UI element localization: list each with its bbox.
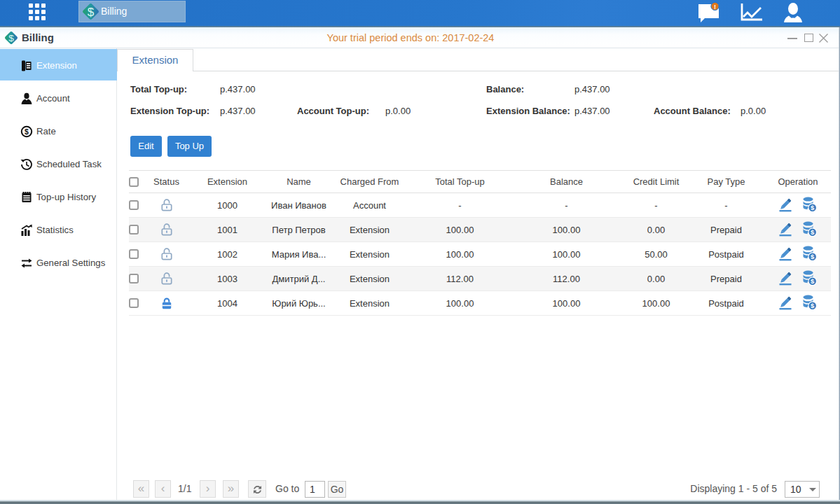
- svg-text:$: $: [811, 228, 815, 236]
- svg-text:$: $: [25, 127, 29, 136]
- svg-text:$: $: [88, 6, 95, 19]
- svg-text:$: $: [811, 204, 815, 211]
- svg-text:$: $: [8, 33, 14, 43]
- svg-text:$: $: [811, 277, 815, 285]
- svg-text:!: !: [714, 4, 716, 10]
- svg-text:$: $: [811, 302, 815, 309]
- svg-text:$: $: [811, 253, 815, 260]
